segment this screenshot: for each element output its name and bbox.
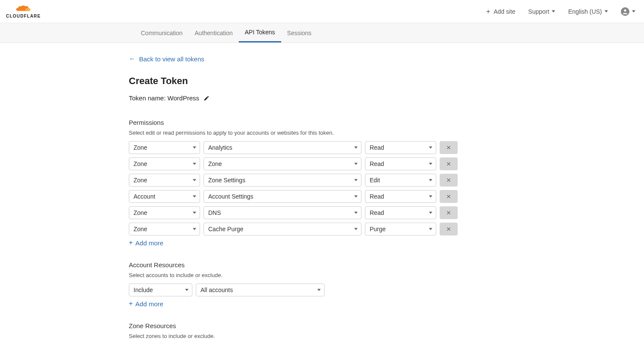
close-icon — [446, 161, 452, 167]
caret-down-icon — [193, 228, 196, 230]
cloudflare-logo[interactable]: CLOUDFLARE — [6, 5, 41, 18]
perm-resource-value: Zone Settings — [208, 177, 245, 184]
tab-communication[interactable]: Communication — [135, 23, 188, 42]
perm-resource-value: Analytics — [208, 144, 232, 151]
zone-resources-desc: Select zones to include or exclude. — [129, 333, 515, 339]
perm-access-select[interactable]: Read — [365, 206, 436, 219]
caret-down-icon — [354, 212, 358, 214]
account-value: All accounts — [200, 287, 233, 293]
tab-api-tokens[interactable]: API Tokens — [239, 23, 281, 42]
perm-access-value: Read — [370, 144, 384, 151]
caret-down-icon — [429, 147, 432, 149]
account-resources-title: Account Resources — [129, 261, 515, 269]
perm-scope-value: Zone — [134, 160, 147, 167]
caret-down-icon — [429, 228, 432, 230]
perm-resource-select[interactable]: DNS — [204, 206, 361, 219]
token-name-value: WordPress — [167, 94, 199, 102]
perm-resource-value: DNS — [208, 209, 221, 216]
support-menu[interactable]: Support — [528, 8, 555, 15]
content-area: ← Back to view all tokens Create Token T… — [0, 43, 515, 341]
perm-scope-value: Account — [134, 193, 155, 200]
caret-down-icon — [354, 163, 358, 165]
account-mode-select[interactable]: Include — [129, 284, 192, 296]
tab-sessions[interactable]: Sessions — [281, 23, 318, 42]
caret-down-icon — [429, 179, 432, 181]
perm-scope-select[interactable]: Account — [129, 190, 200, 203]
perm-scope-select[interactable]: Zone — [129, 174, 200, 187]
perm-access-select[interactable]: Read — [365, 190, 436, 203]
perm-access-select[interactable]: Read — [365, 157, 436, 170]
perm-access-value: Read — [370, 209, 384, 216]
close-icon — [446, 145, 452, 151]
zone-resources-title: Zone Resources — [129, 322, 515, 329]
page-title: Create Token — [129, 75, 515, 87]
caret-down-icon — [429, 196, 432, 198]
caret-down-icon — [429, 212, 432, 214]
topbar: CLOUDFLARE + Add site Support English (U… — [0, 0, 644, 23]
back-link[interactable]: ← Back to view all tokens — [129, 55, 515, 63]
account-resources-desc: Select accounts to include or exclude. — [129, 272, 515, 278]
back-label: Back to view all tokens — [139, 55, 204, 63]
perm-resource-select[interactable]: Cache Purge — [204, 223, 361, 235]
permission-row: AccountAccount SettingsRead — [129, 190, 515, 203]
perm-resource-select[interactable]: Zone Settings — [204, 174, 361, 187]
perm-resource-select[interactable]: Account Settings — [204, 190, 361, 203]
plus-icon: + — [129, 300, 133, 308]
svg-point-0 — [624, 9, 626, 11]
account-mode-value: Include — [134, 287, 153, 293]
permission-row: ZoneAnalyticsRead — [129, 141, 515, 154]
add-permission-button[interactable]: + Add more — [129, 239, 515, 247]
perm-access-select[interactable]: Purge — [365, 223, 436, 235]
add-more-label: Add more — [135, 300, 163, 308]
perm-access-value: Read — [370, 160, 384, 167]
perm-scope-select[interactable]: Zone — [129, 141, 200, 154]
permission-row: ZoneDNSRead — [129, 206, 515, 219]
remove-permission-button[interactable] — [440, 190, 458, 203]
caret-down-icon — [354, 179, 358, 181]
perm-resource-value: Zone — [208, 160, 222, 167]
perm-scope-value: Zone — [134, 226, 147, 232]
add-site-label: Add site — [494, 8, 516, 15]
token-name-label: Token name: — [129, 94, 166, 102]
close-icon — [446, 210, 452, 216]
perm-access-value: Purge — [370, 226, 386, 232]
perm-scope-value: Zone — [134, 144, 147, 151]
perm-resource-value: Account Settings — [208, 193, 253, 200]
perm-scope-select[interactable]: Zone — [129, 157, 200, 170]
tab-authentication[interactable]: Authentication — [188, 23, 239, 42]
caret-down-icon — [354, 196, 358, 198]
perm-access-select[interactable]: Edit — [365, 174, 436, 187]
perm-resource-select[interactable]: Analytics — [204, 141, 361, 154]
language-menu[interactable]: English (US) — [568, 8, 608, 15]
add-site-button[interactable]: + Add site — [486, 8, 515, 15]
caret-down-icon — [354, 228, 358, 230]
remove-permission-button[interactable] — [440, 141, 458, 154]
perm-resource-select[interactable]: Zone — [204, 157, 361, 170]
close-icon — [446, 177, 452, 183]
perm-resource-value: Cache Purge — [208, 226, 243, 232]
remove-permission-button[interactable] — [440, 157, 458, 170]
profile-menu[interactable] — [621, 7, 635, 16]
perm-scope-value: Zone — [134, 209, 147, 216]
caret-down-icon — [605, 10, 608, 12]
account-value-select[interactable]: All accounts — [196, 284, 325, 296]
remove-permission-button[interactable] — [440, 223, 458, 235]
caret-down-icon — [193, 147, 196, 149]
caret-down-icon — [317, 289, 321, 291]
caret-down-icon — [429, 163, 432, 165]
support-label: Support — [528, 8, 549, 15]
perm-access-value: Edit — [370, 177, 380, 184]
perm-scope-select[interactable]: Zone — [129, 206, 200, 219]
perm-access-select[interactable]: Read — [365, 141, 436, 154]
perm-scope-select[interactable]: Zone — [129, 223, 200, 235]
permission-row: ZoneZone SettingsEdit — [129, 174, 515, 187]
brand-text: CLOUDFLARE — [6, 14, 41, 18]
plus-icon: + — [129, 239, 133, 247]
permissions-title: Permissions — [129, 119, 515, 126]
remove-permission-button[interactable] — [440, 174, 458, 187]
remove-permission-button[interactable] — [440, 206, 458, 219]
add-account-resource-button[interactable]: + Add more — [129, 300, 515, 308]
pencil-icon[interactable] — [204, 95, 210, 101]
avatar-icon — [621, 7, 629, 16]
perm-access-value: Read — [370, 193, 384, 200]
